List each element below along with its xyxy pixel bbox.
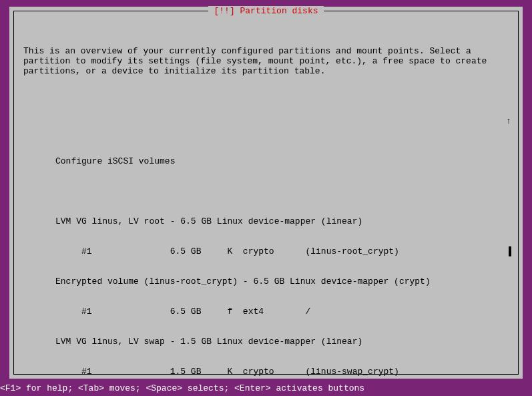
device-crypt-root[interactable]: Encrypted volume (linus-root_crypt) - 6.… xyxy=(55,276,509,286)
partition-crypt-root-1[interactable]: #1 6.5 GB f ext4 / xyxy=(55,307,509,317)
dialog-panel: [!!] Partition disks This is an overview… xyxy=(9,7,523,379)
partition-list: ↑ Configure iSCSI volumes LVM VG linus, … xyxy=(55,116,509,396)
dialog-title: [!!] Partition disks xyxy=(208,6,323,16)
device-lvm-root[interactable]: LVM VG linus, LV root - 6.5 GB Linux dev… xyxy=(55,216,509,226)
scroll-up-icon: ↑ xyxy=(506,116,511,126)
intro-text: This is an overview of your currently co… xyxy=(23,46,509,76)
scroll-thumb xyxy=(509,246,511,256)
dialog-frame: [!!] Partition disks This is an overview… xyxy=(13,11,519,375)
configure-iscsi[interactable]: Configure iSCSI volumes xyxy=(55,156,509,166)
blank xyxy=(55,186,509,196)
device-lvm-swap[interactable]: LVM VG linus, LV swap - 1.5 GB Linux dev… xyxy=(55,337,509,347)
partition-lvm-swap-1[interactable]: #1 1.5 GB K crypto (linus-swap_crypt) xyxy=(55,367,509,377)
partition-lvm-root-1[interactable]: #1 6.5 GB K crypto (linus-root_crypt) xyxy=(55,246,509,256)
help-bar: <F1> for help; <Tab> moves; <Space> sele… xyxy=(0,383,364,393)
